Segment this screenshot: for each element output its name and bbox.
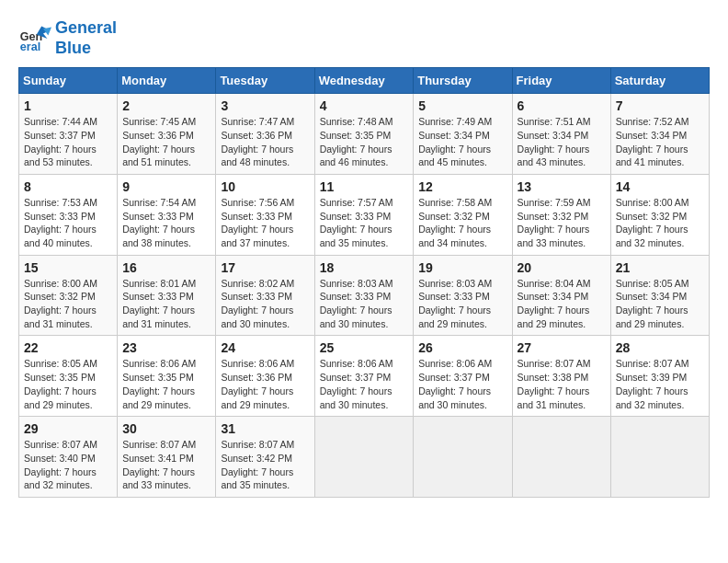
day-info: Sunrise: 8:04 AM Sunset: 3:34 PM Dayligh… [518,277,606,331]
logo-text: GeneralBlue [55,18,117,58]
day-number: 11 [320,179,409,194]
day-number: 2 [122,98,210,113]
day-number: 3 [221,98,309,113]
day-info: Sunrise: 7:51 AM Sunset: 3:34 PM Dayligh… [518,115,606,169]
day-info: Sunrise: 8:07 AM Sunset: 3:42 PM Dayligh… [221,438,309,492]
day-number: 22 [24,340,112,355]
day-info: Sunrise: 7:53 AM Sunset: 3:33 PM Dayligh… [24,196,112,250]
weekday-header-saturday: Saturday [610,68,709,94]
day-number: 21 [616,260,704,275]
day-info: Sunrise: 7:48 AM Sunset: 3:35 PM Dayligh… [320,115,409,169]
weekday-header-monday: Monday [118,68,216,94]
calendar-cell: 2 Sunrise: 7:45 AM Sunset: 3:36 PM Dayli… [118,94,216,175]
calendar-cell: 19 Sunrise: 8:03 AM Sunset: 3:33 PM Dayl… [414,255,512,336]
day-number: 12 [418,179,506,194]
calendar-cell: 30 Sunrise: 8:07 AM Sunset: 3:41 PM Dayl… [118,417,216,498]
calendar-cell: 8 Sunrise: 7:53 AM Sunset: 3:33 PM Dayli… [19,174,118,255]
weekday-header-tuesday: Tuesday [216,68,314,94]
calendar-week-3: 15 Sunrise: 8:00 AM Sunset: 3:32 PM Dayl… [19,255,710,336]
day-info: Sunrise: 7:54 AM Sunset: 3:33 PM Dayligh… [122,196,210,250]
day-info: Sunrise: 7:45 AM Sunset: 3:36 PM Dayligh… [122,115,210,169]
calendar-cell: 26 Sunrise: 8:06 AM Sunset: 3:37 PM Dayl… [414,336,512,417]
calendar-cell: 6 Sunrise: 7:51 AM Sunset: 3:34 PM Dayli… [512,94,610,175]
calendar-cell [414,417,512,498]
day-info: Sunrise: 8:05 AM Sunset: 3:34 PM Dayligh… [616,277,704,331]
calendar-cell: 20 Sunrise: 8:04 AM Sunset: 3:34 PM Dayl… [512,255,610,336]
day-info: Sunrise: 7:58 AM Sunset: 3:32 PM Dayligh… [418,196,506,250]
day-info: Sunrise: 8:07 AM Sunset: 3:41 PM Dayligh… [122,438,210,492]
day-number: 17 [221,260,309,275]
day-number: 13 [518,179,606,194]
calendar-cell: 23 Sunrise: 8:06 AM Sunset: 3:35 PM Dayl… [118,336,216,417]
day-info: Sunrise: 8:00 AM Sunset: 3:32 PM Dayligh… [616,196,704,250]
calendar-cell: 9 Sunrise: 7:54 AM Sunset: 3:33 PM Dayli… [118,174,216,255]
calendar-cell: 7 Sunrise: 7:52 AM Sunset: 3:34 PM Dayli… [610,94,709,175]
day-number: 8 [24,179,112,194]
day-number: 5 [418,98,506,113]
calendar-cell: 27 Sunrise: 8:07 AM Sunset: 3:38 PM Dayl… [512,336,610,417]
day-number: 30 [122,421,210,436]
calendar-cell: 3 Sunrise: 7:47 AM Sunset: 3:36 PM Dayli… [216,94,314,175]
calendar-cell: 24 Sunrise: 8:06 AM Sunset: 3:36 PM Dayl… [216,336,314,417]
day-info: Sunrise: 7:47 AM Sunset: 3:36 PM Dayligh… [221,115,309,169]
day-number: 27 [518,340,606,355]
day-number: 29 [24,421,112,436]
calendar-cell: 17 Sunrise: 8:02 AM Sunset: 3:33 PM Dayl… [216,255,314,336]
day-number: 28 [616,340,704,355]
day-info: Sunrise: 8:07 AM Sunset: 3:38 PM Dayligh… [518,357,606,411]
day-info: Sunrise: 7:57 AM Sunset: 3:33 PM Dayligh… [320,196,409,250]
day-number: 24 [221,340,309,355]
calendar-cell: 29 Sunrise: 8:07 AM Sunset: 3:40 PM Dayl… [19,417,118,498]
day-number: 6 [518,98,606,113]
day-number: 20 [518,260,606,275]
calendar-cell [314,417,414,498]
calendar-cell: 1 Sunrise: 7:44 AM Sunset: 3:37 PM Dayli… [19,94,118,175]
day-info: Sunrise: 7:59 AM Sunset: 3:32 PM Dayligh… [518,196,606,250]
day-number: 1 [24,98,112,113]
calendar-cell: 16 Sunrise: 8:01 AM Sunset: 3:33 PM Dayl… [118,255,216,336]
day-number: 25 [320,340,409,355]
day-number: 7 [616,98,704,113]
calendar-cell: 25 Sunrise: 8:06 AM Sunset: 3:37 PM Dayl… [314,336,414,417]
weekday-header-sunday: Sunday [19,68,118,94]
day-info: Sunrise: 8:06 AM Sunset: 3:37 PM Dayligh… [320,357,409,411]
day-info: Sunrise: 8:07 AM Sunset: 3:39 PM Dayligh… [616,357,704,411]
weekday-header-friday: Friday [512,68,610,94]
page-header: Gen eral GeneralBlue [18,18,710,58]
day-info: Sunrise: 8:05 AM Sunset: 3:35 PM Dayligh… [24,357,112,411]
calendar-week-2: 8 Sunrise: 7:53 AM Sunset: 3:33 PM Dayli… [19,174,710,255]
day-number: 9 [122,179,210,194]
logo: Gen eral GeneralBlue [18,18,117,58]
calendar-cell: 10 Sunrise: 7:56 AM Sunset: 3:33 PM Dayl… [216,174,314,255]
calendar-cell: 15 Sunrise: 8:00 AM Sunset: 3:32 PM Dayl… [19,255,118,336]
calendar-cell: 31 Sunrise: 8:07 AM Sunset: 3:42 PM Dayl… [216,417,314,498]
calendar-week-4: 22 Sunrise: 8:05 AM Sunset: 3:35 PM Dayl… [19,336,710,417]
svg-text:eral: eral [20,40,40,52]
day-info: Sunrise: 8:06 AM Sunset: 3:35 PM Dayligh… [122,357,210,411]
calendar-cell: 14 Sunrise: 8:00 AM Sunset: 3:32 PM Dayl… [610,174,709,255]
calendar-cell: 18 Sunrise: 8:03 AM Sunset: 3:33 PM Dayl… [314,255,414,336]
day-number: 16 [122,260,210,275]
day-number: 14 [616,179,704,194]
day-info: Sunrise: 7:52 AM Sunset: 3:34 PM Dayligh… [616,115,704,169]
day-number: 15 [24,260,112,275]
day-info: Sunrise: 7:56 AM Sunset: 3:33 PM Dayligh… [221,196,309,250]
calendar-cell: 11 Sunrise: 7:57 AM Sunset: 3:33 PM Dayl… [314,174,414,255]
day-info: Sunrise: 8:03 AM Sunset: 3:33 PM Dayligh… [418,277,506,331]
day-number: 19 [418,260,506,275]
day-info: Sunrise: 8:06 AM Sunset: 3:36 PM Dayligh… [221,357,309,411]
day-info: Sunrise: 8:03 AM Sunset: 3:33 PM Dayligh… [320,277,409,331]
weekday-header-thursday: Thursday [414,68,512,94]
logo-icon: Gen eral [18,22,51,55]
calendar-cell [610,417,709,498]
day-info: Sunrise: 8:06 AM Sunset: 3:37 PM Dayligh… [418,357,506,411]
day-info: Sunrise: 8:07 AM Sunset: 3:40 PM Dayligh… [24,438,112,492]
calendar-week-1: 1 Sunrise: 7:44 AM Sunset: 3:37 PM Dayli… [19,94,710,175]
day-info: Sunrise: 8:02 AM Sunset: 3:33 PM Dayligh… [221,277,309,331]
day-info: Sunrise: 7:49 AM Sunset: 3:34 PM Dayligh… [418,115,506,169]
day-number: 26 [418,340,506,355]
calendar-cell: 5 Sunrise: 7:49 AM Sunset: 3:34 PM Dayli… [414,94,512,175]
day-info: Sunrise: 8:00 AM Sunset: 3:32 PM Dayligh… [24,277,112,331]
day-number: 4 [320,98,409,113]
calendar-cell [512,417,610,498]
